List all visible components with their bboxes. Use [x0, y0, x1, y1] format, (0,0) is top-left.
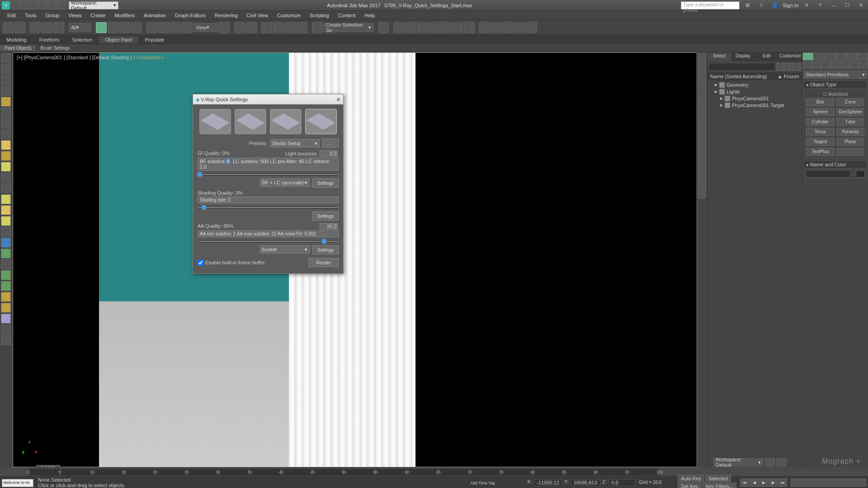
menu-rendering[interactable]: Rendering: [210, 12, 242, 19]
rt-icon-2[interactable]: [698, 61, 706, 70]
primitive-teapot[interactable]: Teapot: [806, 138, 835, 146]
ribbon-tab-modeling[interactable]: Modeling: [0, 36, 33, 43]
lt-icon-1[interactable]: [1, 53, 11, 63]
setkey-button[interactable]: Set Key: [678, 483, 702, 488]
help-icon[interactable]: ?: [815, 1, 826, 9]
shapes-icon[interactable]: [812, 61, 821, 69]
menu-help[interactable]: Help: [360, 12, 379, 19]
rt-icon-4[interactable]: [698, 79, 706, 87]
select-name-icon[interactable]: [108, 22, 118, 33]
select-rect-icon[interactable]: [119, 22, 130, 33]
rt-icon-1[interactable]: [698, 53, 706, 61]
dialog-titlebar[interactable]: ◆ V-Ray Quick Settings ✕: [193, 94, 343, 104]
enable-vfb-checkbox[interactable]: Enable built-in frame buffer: [198, 260, 265, 266]
color-swatch[interactable]: [856, 170, 865, 178]
scene-sort-icon[interactable]: [797, 63, 801, 71]
aa-info-field[interactable]: AA min subdivs: 2 AA max subdivs: 22 AA …: [198, 230, 339, 237]
add-time-tag[interactable]: Add Time Tag: [470, 481, 495, 485]
preset-vfx[interactable]: [270, 109, 302, 134]
scene-node[interactable]: ▸Geometry: [709, 81, 800, 88]
move-icon[interactable]: [146, 22, 157, 33]
render-setup-icon[interactable]: [479, 22, 490, 33]
qat-save-icon[interactable]: [30, 1, 38, 9]
shading-quality-slider[interactable]: [198, 206, 339, 209]
shading-settings-button[interactable]: Settings: [312, 211, 339, 221]
lt-icon-10[interactable]: [1, 151, 11, 161]
percent-snap-icon[interactable]: [285, 22, 296, 33]
ref-coord-dropdown[interactable]: View ▾: [193, 23, 218, 32]
primitive-cylinder[interactable]: Cylinder: [806, 118, 835, 126]
layers-icon[interactable]: [405, 22, 416, 33]
gi-quality-slider[interactable]: [198, 173, 339, 176]
lt-icon-27[interactable]: [1, 335, 11, 345]
prev-frame-icon[interactable]: ◀: [750, 479, 759, 487]
scene-tab-select[interactable]: Select: [708, 52, 731, 61]
scene-tab-edit[interactable]: Edit: [755, 52, 778, 61]
unlink-icon[interactable]: [42, 22, 52, 33]
rt-icon-9[interactable]: [698, 122, 706, 130]
preset-interior[interactable]: [235, 109, 266, 134]
signin-link[interactable]: Sign In: [783, 3, 798, 8]
primitive-pyramid[interactable]: Pyramid: [836, 128, 865, 136]
spacewarps-icon[interactable]: [849, 61, 859, 69]
aa-mode-dropdown[interactable]: bucket▾: [260, 245, 310, 253]
lt-icon-17[interactable]: [1, 227, 11, 237]
menu-scripting[interactable]: Scripting: [305, 12, 334, 19]
coord-y-input[interactable]: 16585.613: [571, 479, 600, 486]
primitive-cone[interactable]: Cone: [836, 98, 865, 106]
menu-views[interactable]: Views: [64, 12, 86, 19]
lt-icon-9[interactable]: [1, 140, 11, 150]
lt-icon-14[interactable]: [1, 194, 11, 204]
rt-icon-16[interactable]: [698, 182, 706, 190]
rt-icon-14[interactable]: [698, 164, 706, 173]
exchange-icon[interactable]: ✕: [801, 1, 812, 9]
hierarchy-tab-icon[interactable]: [824, 52, 835, 61]
lt-icon-11[interactable]: [1, 162, 11, 172]
lt-icon-5[interactable]: [1, 97, 11, 107]
menu-group[interactable]: Group: [41, 12, 64, 19]
ribbon-toggle-icon[interactable]: [429, 22, 439, 33]
goto-start-icon[interactable]: ⏮: [740, 479, 749, 487]
placement-icon[interactable]: [182, 22, 193, 33]
menu-civil-view[interactable]: Civil View: [242, 12, 273, 19]
aa-settings-button[interactable]: Settings: [312, 245, 339, 254]
pivot-icon[interactable]: [219, 22, 230, 33]
autokey-button[interactable]: Auto Key: [678, 475, 704, 482]
selected-dropdown[interactable]: Selected: [705, 475, 731, 482]
rt-icon-3[interactable]: [698, 70, 706, 78]
display-tab-icon[interactable]: [846, 52, 857, 61]
menu-content[interactable]: Content: [334, 12, 360, 19]
window-crossing-icon[interactable]: [131, 22, 142, 33]
next-frame-icon[interactable]: ▶: [769, 479, 778, 487]
aa-spinner[interactable]: ▴▾: [320, 223, 339, 230]
coord-z-input[interactable]: 0.0: [609, 479, 636, 486]
app-icon[interactable]: 3: [2, 1, 10, 9]
subribbon-brush-settings[interactable]: Brush Settings: [36, 45, 74, 51]
menu-edit[interactable]: Edit: [3, 12, 20, 19]
viewport-label[interactable]: [+] [PhysCamera001 ] [Standard ] [Defaul…: [17, 55, 164, 60]
ribbon-tab-populate[interactable]: Populate: [138, 36, 170, 43]
close-button[interactable]: ✕: [855, 1, 866, 9]
help-search-input[interactable]: Type a keyword or phrase: [681, 1, 740, 9]
nav-5-icon[interactable]: [829, 479, 838, 487]
scene-search-input[interactable]: [708, 63, 775, 71]
geometry-icon[interactable]: [802, 61, 812, 69]
lt-icon-13[interactable]: [1, 183, 11, 193]
scene-filter-icon[interactable]: [781, 63, 785, 71]
edit-named-sel-icon[interactable]: [312, 22, 323, 33]
rt-icon-10[interactable]: [698, 130, 706, 138]
mirror-icon[interactable]: [378, 22, 389, 33]
footer-workspace-dropdown[interactable]: Workspace: Default▾: [713, 458, 763, 466]
menu-create[interactable]: Create: [86, 12, 110, 19]
lights-icon[interactable]: [821, 61, 830, 69]
lt-icon-20[interactable]: [1, 259, 11, 269]
nav-6-icon[interactable]: [838, 479, 847, 487]
motion-tab-icon[interactable]: [835, 52, 846, 61]
nav-4-icon[interactable]: [819, 479, 828, 487]
angle-snap-icon[interactable]: [273, 22, 284, 33]
rt-icon-15[interactable]: [698, 173, 706, 181]
object-name-input[interactable]: [806, 170, 851, 178]
scene-node[interactable]: ▸Lights: [709, 88, 800, 95]
scene-node[interactable]: ▸PhysCamera001: [709, 95, 800, 102]
lt-icon-6[interactable]: [1, 108, 11, 117]
